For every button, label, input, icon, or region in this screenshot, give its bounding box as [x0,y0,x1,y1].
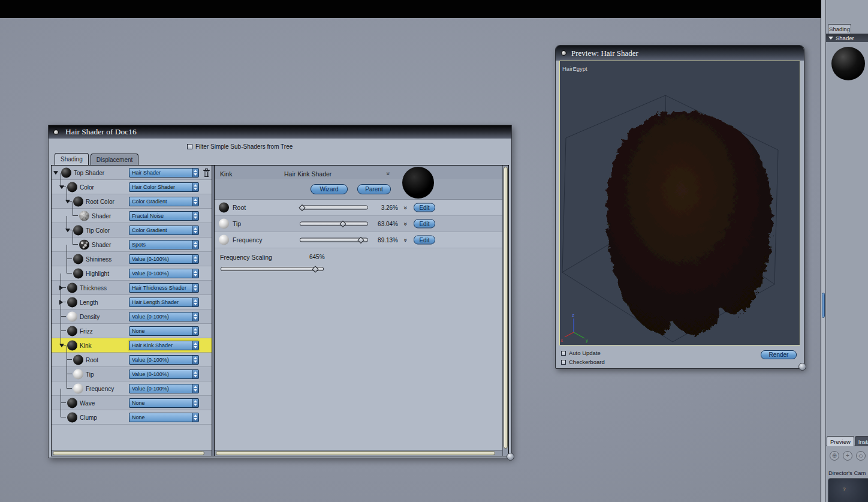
dialog-resize-grip[interactable] [507,453,514,461]
shader-type-dropdown[interactable]: Spots [129,240,199,250]
shader-type-dropdown[interactable]: Value (0-100%) [129,254,199,264]
tree-horizontal-scrollbar[interactable] [52,450,212,456]
pan-tool-icon[interactable]: + [843,451,852,461]
filter-subshaders-checkbox[interactable] [187,144,192,149]
shader-type-dropdown[interactable]: Color Gradient [129,197,199,206]
value-menu-chevron-icon[interactable]: » [402,239,408,242]
preview-resize-grip[interactable] [798,363,806,371]
tree-row-tip[interactable]: TipValue (0-100%) [52,367,212,381]
expander-down-icon[interactable] [53,171,58,175]
value-menu-chevron-icon[interactable]: » [402,206,408,209]
shader-section-header[interactable]: Shader [826,34,868,42]
shader-type-dropdown[interactable]: Value (0-100%) [129,312,199,321]
tree-row-color[interactable]: ColorHair Color Shader [52,180,212,194]
shader-sphere-icon[interactable] [67,311,77,321]
tree-row-shininess[interactable]: ShininessValue (0-100%) [52,252,212,266]
param-sphere-icon[interactable] [219,235,229,245]
tree-row-root[interactable]: RootValue (0-100%) [52,353,212,367]
tree-row-thickness[interactable]: ThicknessHair Thickness Shader [52,281,212,295]
auto-update-checkbox[interactable] [561,351,566,356]
expander-down-icon[interactable] [59,344,64,347]
dialog-titlebar[interactable]: Hair Shader of Doc16 [49,125,511,139]
expander-down-icon[interactable] [65,229,70,232]
detail-vertical-scrollbar[interactable] [502,166,508,456]
shader-sphere-icon[interactable] [73,268,83,278]
collapse-widget-icon[interactable] [53,130,59,135]
disclosure-triangle-icon[interactable] [828,37,833,40]
sidebar-tab-instances[interactable]: Instan [855,436,868,446]
edit-button[interactable]: Edit [414,236,435,245]
detail-horizontal-scrollbar[interactable] [215,450,502,456]
scrollbar-thumb[interactable] [504,167,508,449]
parent-button[interactable]: Parent [357,184,391,194]
camera-preview[interactable]: ? [828,478,868,502]
render-button[interactable]: Render [761,350,797,359]
shader-sphere-icon[interactable] [67,326,77,336]
tab-shading[interactable]: Shading [55,153,89,165]
shader-sphere-icon[interactable] [67,398,77,408]
shader-sphere-icon[interactable] [79,211,89,221]
expander-down-icon[interactable] [65,200,70,203]
tree-row-frequency[interactable]: FrequencyValue (0-100%) [52,381,212,396]
delete-shader-icon[interactable] [203,169,210,177]
main-vertical-scrollbar[interactable] [821,0,825,502]
sidebar-tab-shading[interactable]: Shading [828,24,851,34]
orbit-tool-icon[interactable]: ⊕ [830,451,839,461]
edit-button[interactable]: Edit [414,220,435,229]
tree-row-top-shader[interactable]: Top ShaderHair Shader [52,166,212,180]
shader-type-dropdown[interactable]: Value (0-100%) [129,384,199,393]
tree-row-density[interactable]: DensityValue (0-100%) [52,309,212,324]
tab-displacement[interactable]: Displacement [91,154,139,165]
hair-object[interactable] [607,112,772,335]
tree-row-kink[interactable]: KinkHair Kink Shader [52,338,212,353]
param-sphere-icon[interactable] [219,203,229,213]
collapse-widget-icon[interactable] [561,50,566,56]
scrollbar-thumb[interactable] [53,451,204,455]
tree-row-highlight[interactable]: HighlightValue (0-100%) [52,266,212,281]
slider-track[interactable] [300,222,368,226]
shader-type-dropdown[interactable]: Value (0-100%) [129,269,199,278]
tree-row-frizz[interactable]: FrizzNone [52,324,212,338]
tree-row-shader[interactable]: ShaderFractal Noise [52,209,212,223]
slider-track[interactable] [300,206,368,210]
frequency-scaling-slider[interactable] [221,266,324,272]
shader-menu-chevron-icon[interactable]: » [385,172,391,175]
expander-down-icon[interactable] [59,185,64,189]
param-sphere-icon[interactable] [219,219,229,229]
shader-sphere-icon[interactable] [67,412,77,422]
shader-preview-sphere[interactable] [402,167,434,199]
param-slider[interactable] [300,221,368,227]
shader-type-dropdown[interactable]: None [129,326,199,336]
slider-track[interactable] [221,267,324,271]
shader-sphere-icon[interactable] [73,369,83,379]
shader-type-dropdown[interactable]: Hair Color Shader [129,182,199,192]
edit-button[interactable]: Edit [414,203,435,212]
shader-type-dropdown[interactable]: Hair Kink Shader [129,341,199,350]
wizard-button[interactable]: Wizard [311,184,348,194]
shader-type-dropdown[interactable]: Hair Thickness Shader [129,283,199,293]
checkerboard-checkbox[interactable] [561,360,566,365]
shader-type-dropdown[interactable]: Color Gradient [129,226,199,235]
shader-sphere-icon[interactable] [73,254,83,264]
sidebar-shader-sphere[interactable] [831,47,865,80]
shader-type-dropdown[interactable]: Hair Length Shader [129,297,199,307]
shader-sphere-icon[interactable] [67,282,77,293]
param-slider[interactable] [300,205,368,211]
tree-row-length[interactable]: LengthHair Length Shader [52,295,212,309]
shader-sphere-icon[interactable] [67,297,77,307]
shader-type-dropdown[interactable]: Hair Shader [129,168,199,178]
sidebar-tab-preview[interactable]: Preview [827,436,854,446]
shader-type-dropdown[interactable]: Value (0-100%) [129,369,199,379]
preview-titlebar[interactable]: Preview: Hair Shader [556,46,804,61]
preview-viewport[interactable]: HairEgypt [559,61,800,345]
tree-row-shader[interactable]: ShaderSpots [52,238,212,252]
param-slider[interactable] [300,237,368,244]
scrollbar-thumb[interactable] [216,451,495,455]
shader-type-dropdown[interactable]: None [129,413,199,422]
tree-row-wave[interactable]: WaveNone [52,396,212,410]
value-menu-chevron-icon[interactable]: » [402,223,408,226]
scrollbar-thumb[interactable] [822,293,825,318]
shader-type-dropdown[interactable]: Value (0-100%) [129,355,199,365]
shader-type-dropdown[interactable]: Fractal Noise [129,211,199,221]
zoom-tool-icon[interactable]: ◇ [856,451,866,461]
